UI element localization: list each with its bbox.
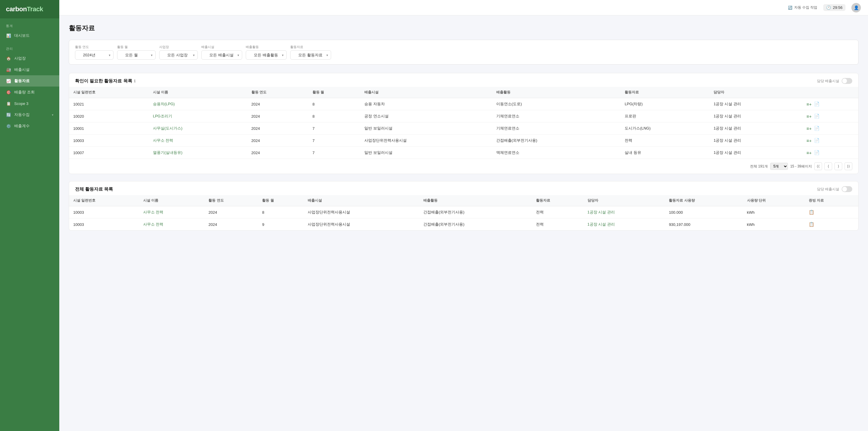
cell-facility-name[interactable]: 사무소 전력 (139, 218, 204, 230)
document-icon[interactable]: 📄 (814, 126, 820, 131)
filter-site-group: 사업장 🏠 모든 사업장 (159, 45, 198, 60)
sidebar-item-business-site[interactable]: 🏠 사업장 (0, 53, 59, 64)
cell-facility-name[interactable]: 사무실(도시가스) (149, 122, 247, 134)
document-icon[interactable]: 📄 (814, 101, 820, 107)
cell-month: 8 (308, 110, 360, 122)
cell-emission-activity: 액체연료연소 (492, 147, 620, 159)
col-emission-facility: 배출시설 (304, 195, 419, 206)
document-icon[interactable]: 📄 (814, 114, 820, 119)
document-icon[interactable]: 📄 (814, 138, 820, 143)
page-content: 활동자료 활동 연도 📅 2024년 2023년 2022년 활동 월 📅 (59, 16, 868, 431)
page-next-button[interactable]: ⟩ (835, 162, 842, 170)
cell-emission-activity: 간접배출(외부전기사용) (419, 218, 532, 230)
cell-month: 7 (308, 147, 360, 159)
refresh-small-icon: 🔄 (788, 6, 793, 10)
sidebar-item-emission-inquiry[interactable]: 🎯 배출량 조회 (0, 87, 59, 98)
col-facility-name: 시설 이름 (149, 87, 247, 98)
filter-site-select[interactable]: 모든 사업장 (159, 51, 198, 60)
col-emission-activity: 배출활동 (419, 195, 532, 206)
col-usage: 활동자료 사용량 (664, 195, 743, 206)
filter-ef-select[interactable]: 모든 배출시설 (201, 51, 242, 60)
cell-actions: ≡+ 📄 (802, 134, 858, 147)
cell-year: 2024 (247, 98, 308, 110)
filter-ad-wrap: 〰 모든 활동자료 (290, 51, 331, 60)
cell-serial: 10007 (69, 147, 149, 159)
cell-serial: 10003 (69, 134, 149, 147)
table-row: 10001 사무실(도시가스) 2024 7 일반 보일러시설 기체연료연소 도… (69, 122, 858, 134)
filter-month-select[interactable]: 모든 월 1월2월3월4월 5월6월7월8월 9월10월11월12월 (117, 51, 156, 60)
cell-facility-name[interactable]: 승용차(LPG) (149, 98, 247, 110)
sidebar-item-emission-facility[interactable]: 🏭 배출시설 (0, 64, 59, 75)
sidebar-item-activity-data[interactable]: 📈 활동자료 (0, 75, 59, 87)
col-month: 활동 월 (308, 87, 360, 98)
timer-display: 🕐 29:56 (823, 4, 845, 11)
clock-icon: 🕐 (826, 5, 831, 10)
home-icon: 🏠 (6, 56, 11, 61)
sidebar-item-emission-factor[interactable]: ⚙️ 배출계수 (0, 120, 59, 132)
col-serial: 시설 일련번호 (69, 195, 139, 206)
col-manager: 담당자 (709, 87, 802, 98)
info-icon[interactable]: ℹ (134, 79, 135, 83)
cell-month: 7 (308, 122, 360, 134)
list-add-icon[interactable]: ≡+ (806, 114, 812, 119)
cell-manager: 1공장 시설 관리 (709, 98, 802, 110)
list-add-icon[interactable]: ≡+ (806, 102, 812, 107)
filter-ad-select[interactable]: 모든 활동자료 (290, 51, 331, 60)
sidebar-item-label: 자동수집 (14, 112, 30, 117)
document-icon[interactable]: 📄 (814, 150, 820, 155)
cell-emission-activity: 간접배출(외부전기사용) (492, 134, 620, 147)
page-title: 활동자료 (69, 24, 859, 33)
all-section-title: 전체 활동자료 목록 (75, 186, 113, 192)
cell-serial: 10003 (69, 218, 139, 230)
all-table: 시설 일련번호 시설 이름 활동 연도 활동 월 배출시설 배출활동 활동자료 … (69, 195, 858, 230)
cell-month: 8 (308, 98, 360, 110)
cell-facility-name[interactable]: LPG조리기 (149, 110, 247, 122)
evidence-document-icon[interactable]: 📋 (809, 210, 814, 215)
col-year: 활동 연도 (204, 195, 258, 206)
cell-manager[interactable]: 1공장 시설 관리 (583, 206, 665, 218)
list-add-icon[interactable]: ≡+ (806, 126, 812, 131)
list-add-icon[interactable]: ≡+ (806, 150, 812, 155)
filter-ea-select[interactable]: 모든 배출활동 (246, 51, 287, 60)
cell-serial: 10003 (69, 206, 139, 218)
filter-ad-label: 활동자료 (290, 45, 331, 49)
user-icon: 👤 (854, 5, 859, 10)
cell-manager: 1공장 시설 관리 (709, 134, 802, 147)
sidebar: carbonTrack 통계 📊 대시보드 관리 🏠 사업장 🏭 배출시설 📈 … (0, 0, 59, 431)
cell-manager[interactable]: 1공장 시설 관리 (583, 218, 665, 230)
page-prev-button[interactable]: ⟨ (825, 162, 832, 170)
col-unit: 사용량 단위 (743, 195, 805, 206)
confirmation-section: 확인이 필요한 활동자료 목록 ℹ 담당 배출시설 시설 일련번호 시설 이름 … (69, 73, 859, 174)
col-serial: 시설 일련번호 (69, 87, 149, 98)
factory-icon: 🏭 (6, 67, 11, 72)
sidebar-item-label: 배출계수 (14, 123, 30, 129)
sidebar-item-dashboard[interactable]: 📊 대시보드 (0, 30, 59, 41)
cell-year: 2024 (247, 134, 308, 147)
cell-activity-data: 전력 (532, 218, 583, 230)
cell-facility-name[interactable]: 사무소 전력 (149, 134, 247, 147)
sidebar-item-auto-collect[interactable]: 🔄 자동수집 ▾ (0, 109, 59, 120)
cell-activity-data: 실내 등유 (620, 147, 709, 159)
cell-emission-facility: 일반 보일러시설 (360, 147, 492, 159)
confirmation-toggle[interactable] (842, 78, 852, 84)
cell-actions: ≡+ 📄 (802, 110, 858, 122)
filter-year-select[interactable]: 2024년 2023년 2022년 (75, 51, 114, 60)
filter-month-label: 활동 월 (117, 45, 156, 49)
avatar[interactable]: 👤 (851, 3, 861, 12)
per-page-select[interactable]: 5개 10개 20개 50개 (770, 163, 788, 170)
auto-collect-label: 자동 수집 작업 (794, 5, 817, 10)
cell-manager: 1공장 시설 관리 (709, 147, 802, 159)
page-first-button[interactable]: ⟨⟨ (814, 162, 822, 170)
list-add-icon[interactable]: ≡+ (806, 138, 812, 143)
cell-facility-name[interactable]: 열풍기(실내등유) (149, 147, 247, 159)
sidebar-item-scope3[interactable]: 📋 Scope 3 (0, 98, 59, 109)
cell-activity-data: 도시가스(LNG) (620, 122, 709, 134)
all-toggle[interactable] (842, 186, 852, 192)
table-row: 10007 열풍기(실내등유) 2024 7 일반 보일러시설 액체연료연소 실… (69, 147, 858, 159)
cell-facility-name[interactable]: 사무소 전력 (139, 206, 204, 218)
page-last-button[interactable]: ⟩⟩ (844, 162, 852, 170)
col-activity-data: 활동자료 (532, 195, 583, 206)
evidence-document-icon[interactable]: 📋 (809, 222, 814, 227)
cell-emission-facility: 공정 연소시설 (360, 110, 492, 122)
chart-line-icon: 📈 (6, 78, 11, 84)
